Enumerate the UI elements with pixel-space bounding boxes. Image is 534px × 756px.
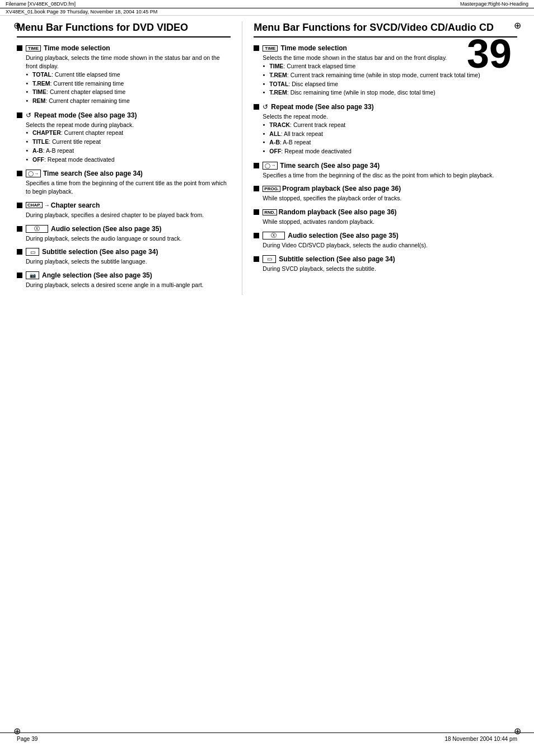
feature-angle-dvd: 📷 Angle selection (See also page 35) Dur…	[17, 271, 231, 289]
filename-label: Filename [XV48EK_08DVD.fm]	[6, 1, 76, 7]
subtitle-dvd-body: During playback, selects the subtitle la…	[26, 257, 231, 266]
subtitle-svcd-body: During SVCD playback, selects the subtit…	[263, 265, 517, 273]
feature-repeat-dvd: ↺ Repeat mode (See also page 33) Selects…	[17, 111, 231, 165]
time-search-icon-dvd: ◯→	[26, 170, 41, 177]
square-bullet	[254, 209, 259, 215]
time-badge-dvd: TIME	[26, 45, 41, 51]
feature-header-time-mode-dvd: TIME Time mode selection	[17, 44, 231, 52]
time-mode-svcd-title: Time mode selection	[280, 44, 346, 52]
time-search-dvd-title: Time search (See also page 34)	[43, 170, 143, 177]
feature-header-subtitle-svcd: ▭ Subtitle selection (See also page 34)	[254, 255, 517, 263]
list-item: TIME: Current track elapsed time	[263, 62, 517, 71]
list-item: A-B: A-B repeat	[26, 147, 231, 156]
square-bullet	[17, 203, 22, 208]
time-mode-svcd-list: TIME: Current track elapsed time T.REM: …	[263, 62, 517, 97]
repeat-icon-dvd: ↺	[26, 111, 31, 119]
repeat-svcd-title: Repeat mode (See also page 33)	[271, 103, 373, 111]
list-item: TITLE: Current title repeat	[26, 138, 231, 147]
time-search-icon-svcd: ◯→	[263, 162, 278, 170]
feature-chapter-search-dvd: CHAP. → Chapter search During playback, …	[17, 201, 231, 219]
audio-dvd-body: During playback, selects the audio langu…	[26, 234, 231, 243]
subtitle-icon-dvd: ▭	[26, 248, 39, 256]
feature-header-audio-dvd: Ⓧ Audio selection (See also page 35)	[17, 225, 231, 233]
subheader-left: XV48EK_01.book Page 39 Thursday, Novembe…	[6, 9, 157, 15]
square-bullet	[254, 45, 259, 51]
feature-random-svcd: RND. Random playback (See also page 36) …	[254, 208, 517, 226]
chapter-search-dvd-title: Chapter search	[51, 201, 100, 209]
feature-header-time-search-svcd: ◯→ Time search (See also page 34)	[254, 162, 517, 170]
list-item: T.REM: Current title remaining time	[26, 79, 231, 88]
feature-header-random-svcd: RND. Random playback (See also page 36)	[254, 208, 517, 216]
page-footer: Page 39 18 November 2004 10:44 pm	[0, 732, 534, 745]
crosshair-tr: ⊕	[512, 20, 523, 31]
feature-header-program-svcd: PROG. Program playback (See also page 36…	[254, 185, 517, 192]
square-bullet	[17, 45, 22, 51]
list-item: ALL: All track repeat	[263, 130, 517, 139]
program-svcd-body: While stopped, specifies the playback or…	[263, 194, 517, 203]
random-svcd-body: While stopped, activates random playback…	[263, 218, 517, 226]
time-search-svcd-body: Specifies a time from the beginning of t…	[263, 171, 517, 180]
footer-date-right: 18 November 2004 10:44 pm	[444, 736, 517, 742]
square-bullet	[17, 226, 22, 232]
list-item: OFF: Repeat mode deactivated	[26, 156, 231, 165]
list-item: A-B: A-B repeat	[263, 138, 517, 147]
chapter-search-dvd-body: During playback, specifies a desired cha…	[26, 211, 231, 219]
list-item: CHAPTER: Current chapter repeat	[26, 129, 231, 138]
repeat-dvd-body: Selects the repeat mode during playback.	[26, 121, 231, 129]
subtitle-dvd-title: Subtitle selection (See also page 34)	[42, 248, 158, 256]
feature-header-subtitle-dvd: ▭ Subtitle selection (See also page 34)	[17, 248, 231, 256]
list-item: TRACK: Current track repeat	[263, 121, 517, 130]
feature-header-repeat-svcd: ↺ Repeat mode (See also page 33)	[254, 103, 517, 111]
list-item: REM: Current chapter remaining time	[26, 97, 231, 106]
feature-subtitle-svcd: ▭ Subtitle selection (See also page 34) …	[254, 255, 517, 273]
audio-dvd-title: Audio selection (See also page 35)	[51, 225, 161, 233]
program-svcd-title: Program playback (See also page 36)	[282, 185, 401, 192]
feature-header-audio-svcd: Ⓧ Audio selection (See also page 35)	[254, 232, 517, 240]
feature-header-chapter-search-dvd: CHAP. → Chapter search	[17, 201, 231, 209]
main-content: Menu Bar Functions for DVD VIDEO TIME Ti…	[0, 16, 534, 295]
angle-icon-dvd: 📷	[26, 271, 39, 279]
audio-svcd-title: Audio selection (See also page 35)	[288, 232, 398, 240]
square-bullet	[254, 163, 259, 168]
square-bullet	[254, 104, 259, 110]
square-bullet	[17, 273, 22, 278]
subtitle-svcd-title: Subtitle selection (See also page 34)	[279, 255, 395, 263]
chap-badge-dvd: CHAP.	[26, 202, 43, 208]
feature-header-time-search-dvd: ◯→ Time search (See also page 34)	[17, 170, 231, 177]
repeat-svcd-body: Selects the repeat mode.	[263, 112, 517, 121]
list-item: T.REM: Disc remaining time (while in sto…	[263, 88, 517, 97]
feature-audio-dvd: Ⓧ Audio selection (See also page 35) Dur…	[17, 225, 231, 243]
repeat-icon-svcd: ↺	[263, 103, 268, 111]
repeat-dvd-title: Repeat mode (See also page 33)	[34, 111, 137, 119]
list-item: TOTAL: Disc elapsed time	[263, 80, 517, 89]
sub-header: XV48EK_01.book Page 39 Thursday, Novembe…	[0, 8, 534, 16]
feature-repeat-svcd: ↺ Repeat mode (See also page 33) Selects…	[254, 103, 517, 156]
square-bullet	[254, 256, 259, 262]
crosshair-tl: ⊕	[11, 20, 22, 31]
list-item: TIME: Current chapter elapsed time	[26, 88, 231, 97]
masterpage-label: Masterpage:Right-No-Heading	[460, 1, 528, 7]
prog-badge-svcd: PROG.	[263, 186, 280, 192]
repeat-svcd-list: TRACK: Current track repeat ALL: All tra…	[263, 121, 517, 156]
square-bullet	[254, 186, 259, 191]
list-item: TOTAL: Current title elapsed time	[26, 71, 231, 79]
feature-audio-svcd: Ⓧ Audio selection (See also page 35) Dur…	[254, 232, 517, 250]
file-header: Filename [XV48EK_08DVD.fm] Masterpage:Ri…	[0, 0, 534, 8]
square-bullet	[17, 112, 22, 118]
square-bullet	[17, 249, 22, 255]
feature-program-svcd: PROG. Program playback (See also page 36…	[254, 185, 517, 203]
feature-time-mode-dvd: TIME Time mode selection During playback…	[17, 44, 231, 105]
audio-icon-svcd: Ⓧ	[263, 232, 285, 240]
repeat-dvd-list: CHAPTER: Current chapter repeat TITLE: C…	[26, 129, 231, 164]
left-column: Menu Bar Functions for DVD VIDEO TIME Ti…	[17, 21, 242, 295]
angle-dvd-title: Angle selection (See also page 35)	[42, 271, 152, 279]
rnd-badge-svcd: RND.	[263, 209, 277, 215]
feature-subtitle-dvd: ▭ Subtitle selection (See also page 34) …	[17, 248, 231, 266]
time-mode-dvd-title: Time mode selection	[44, 44, 110, 52]
square-bullet	[17, 171, 22, 176]
time-badge-svcd: TIME	[263, 45, 278, 51]
time-search-dvd-body: Specifies a time from the beginning of t…	[26, 179, 231, 195]
audio-svcd-body: During Video CD/SVCD playback, selects t…	[263, 241, 517, 250]
random-svcd-title: Random playback (See also page 36)	[279, 208, 397, 216]
list-item: T.REM: Current track remaining time (whi…	[263, 71, 517, 80]
